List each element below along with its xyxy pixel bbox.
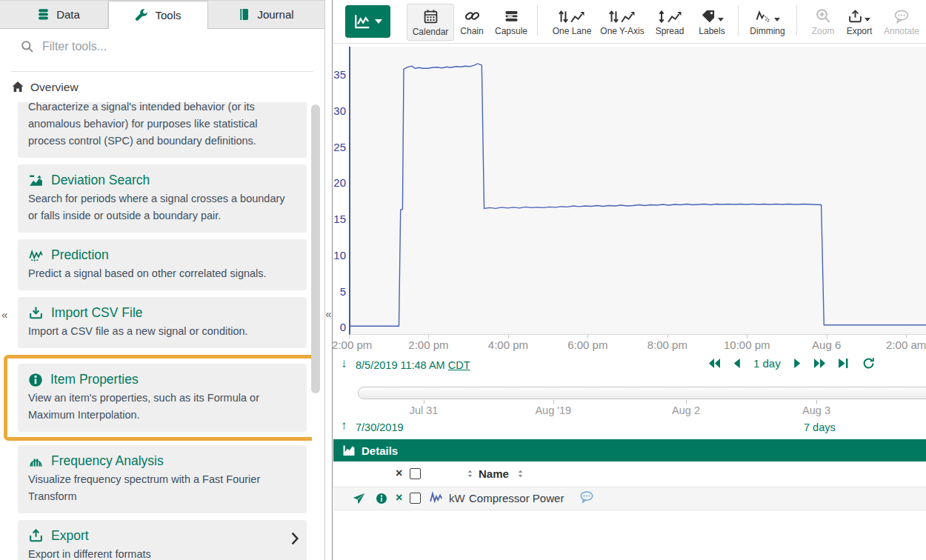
collapse-left-panel-icon[interactable]: «: [1, 308, 7, 321]
remove-all-icon[interactable]: ×: [396, 467, 402, 479]
jump-start-icon[interactable]: ↓: [341, 356, 347, 371]
tool-card-item-properties[interactable]: Item Properties View an item's propertie…: [18, 364, 307, 432]
tab-tools[interactable]: Tools: [108, 1, 208, 29]
timeline-tick-mark: [553, 400, 554, 404]
toolbar-button-chain[interactable]: Chain: [454, 4, 490, 41]
x-axis-tick-mark: [827, 335, 827, 339]
remove-item-icon[interactable]: ×: [396, 492, 402, 504]
toolbar-button-annotate[interactable]: Annotate: [879, 4, 925, 41]
tool-card-deviation-search[interactable]: Deviation Search Search for periods wher…: [18, 164, 307, 233]
tools-sidebar: Data Tools Journal: [0, 0, 324, 560]
tool-card-prediction[interactable]: Prediction Predict a signal based on oth…: [18, 239, 307, 290]
y-axis-tick-label: 10: [333, 249, 346, 262]
chart-plot-area[interactable]: [349, 47, 926, 335]
sort-icon[interactable]: [465, 468, 475, 481]
up-down-arrows-icon: [559, 10, 568, 24]
y-axis-tick-label: 20: [333, 176, 346, 190]
tool-card-frequency-analysis[interactable]: Frequency Analysis Visualize frequency s…: [18, 445, 307, 513]
y-axis-tick-label: 35: [333, 68, 346, 81]
tool-description: Export in different formats: [28, 546, 296, 560]
tool-card-export[interactable]: Export Export in different formats: [18, 520, 307, 560]
toolbar-button-one-y-axis[interactable]: One Y-Axis: [596, 4, 649, 41]
step-forward-button[interactable]: [793, 358, 802, 369]
tool-description: Search for periods where a signal crosse…: [28, 190, 296, 224]
investigate-start-icon[interactable]: ↑: [341, 419, 347, 433]
signal-series-svg: [350, 47, 926, 335]
toolbar-button-spread[interactable]: Spread: [649, 4, 690, 41]
y-axis-tick-label: 0: [333, 321, 346, 334]
spread-arrow-icon: [658, 10, 665, 24]
export-tool-icon: [28, 529, 44, 543]
tool-name: Deviation Search: [51, 173, 150, 188]
step-back-button[interactable]: [732, 358, 742, 369]
toolbar-button-labels[interactable]: Labels: [690, 4, 733, 41]
chevron-down-icon: [865, 18, 870, 21]
tool-name: Export: [51, 528, 89, 544]
name-column-header[interactable]: Name: [479, 467, 509, 480]
details-title: Details: [362, 444, 398, 457]
toolbar-button-export[interactable]: Export: [840, 4, 879, 41]
display-range-start-link[interactable]: 8/5/2019 11:48 AM CDT: [356, 359, 470, 371]
x-axis-tick-mark: [747, 335, 747, 339]
refresh-icon[interactable]: [862, 357, 875, 370]
timeline-range-slider[interactable]: [358, 387, 926, 399]
details-chart-icon: [342, 444, 356, 456]
tool-card-boundaries[interactable]: Characterize a signal's intended behavio…: [18, 102, 307, 158]
deviation-search-icon: [28, 173, 44, 187]
trend-line-icon: [570, 10, 585, 24]
filter-tools-input[interactable]: [21, 39, 310, 54]
autoscale-send-icon[interactable]: [353, 493, 365, 507]
timeline-tick-label: Aug 3: [802, 404, 830, 416]
toolbar-button-zoom[interactable]: Zoom: [806, 4, 840, 41]
toolbar-button-label: One Y-Axis: [600, 26, 644, 36]
tool-name: Frequency Analysis: [51, 453, 164, 469]
signal-path: [350, 64, 926, 326]
time-navigation-row: ↓ 8/5/2019 11:48 AM CDT 1 day: [333, 355, 926, 381]
overview-link[interactable]: Overview: [0, 72, 324, 102]
toolbar-separator: [537, 5, 538, 36]
tab-journal[interactable]: Journal: [208, 1, 324, 28]
tab-data[interactable]: Data: [10, 1, 108, 28]
y-axis-tick-label: 25: [333, 141, 346, 154]
investigate-start-date[interactable]: 7/30/2019: [356, 421, 404, 433]
item-name: Compressor Power: [469, 492, 564, 504]
view-mode-dropdown-button[interactable]: [345, 5, 390, 38]
investigate-range-label[interactable]: 7 days: [804, 421, 836, 433]
step-back-fast-button[interactable]: [707, 358, 722, 369]
collapse-sidebar-icon[interactable]: «: [325, 307, 332, 320]
step-controls: 1 day: [707, 357, 875, 370]
tag-icon: [701, 9, 716, 24]
toolbar-button-capsule[interactable]: Capsule: [490, 4, 533, 41]
y-axis-tick-label: 30: [333, 104, 346, 118]
trend-line-icon: [621, 10, 636, 24]
timeline-tick-mark: [816, 400, 817, 404]
item-checkbox[interactable]: [410, 493, 421, 504]
x-axis-tick-mark: [587, 335, 588, 339]
range-start-datetime: 8/5/2019 11:48 AM: [356, 359, 445, 371]
timeline-tick-mark: [424, 400, 424, 404]
details-row-compressor-power[interactable]: × kW Compressor Power: [333, 487, 926, 510]
chevron-down-icon: [774, 18, 780, 21]
toolbar-button-dimming[interactable]: Dimming: [743, 4, 792, 41]
tool-description: View an item's properties, such as its F…: [28, 390, 296, 424]
sort-icon[interactable]: [516, 468, 525, 481]
annotate-item-icon[interactable]: [579, 490, 594, 506]
x-axis-tick-label: Aug 6: [812, 339, 841, 351]
step-duration-label[interactable]: 1 day: [753, 357, 781, 370]
timezone-link[interactable]: CDT: [448, 359, 470, 371]
toolbar-button-calendar[interactable]: Calendar: [407, 4, 454, 41]
step-to-end-button[interactable]: [837, 358, 849, 369]
item-info-icon[interactable]: [376, 493, 387, 507]
tab-label: Data: [56, 8, 80, 21]
x-axis-tick-mark: [508, 335, 509, 339]
frequency-analysis-icon: [28, 454, 44, 468]
sidebar-scrollbar-thumb[interactable]: [311, 104, 320, 393]
tab-label: Tools: [155, 9, 181, 21]
up-down-arrows-icon: [609, 10, 619, 24]
signal-waveform-icon: [430, 491, 443, 507]
toolbar-button-one-lane[interactable]: One Lane: [548, 4, 596, 41]
step-forward-fast-button[interactable]: [813, 358, 827, 369]
select-all-checkbox[interactable]: [410, 468, 421, 479]
tool-card-import-csv[interactable]: Import CSV File Import a CSV file as a n…: [18, 297, 307, 348]
toolbar-button-label: Labels: [699, 26, 725, 36]
